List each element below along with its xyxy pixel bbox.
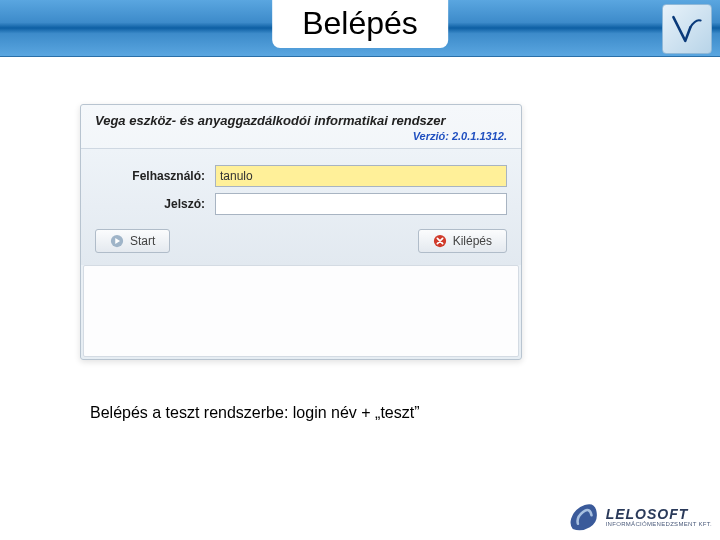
- button-row: Start Kilépés: [95, 229, 507, 253]
- footer-brand: LELOSOFT: [606, 507, 712, 521]
- close-icon: [433, 234, 447, 248]
- password-input[interactable]: [215, 193, 507, 215]
- username-input[interactable]: [215, 165, 507, 187]
- exit-button[interactable]: Kilépés: [418, 229, 507, 253]
- dialog-title: Vega eszköz- és anyaggazdálkodói informa…: [81, 105, 521, 130]
- page-title: Belépés: [272, 0, 448, 48]
- footer-logo: LELOSOFT INFORMÁCIÓMENEDZSMENT KFT.: [566, 500, 712, 534]
- start-button-label: Start: [130, 234, 155, 248]
- username-label: Felhasználó:: [95, 169, 215, 183]
- lelosoft-mark-icon: [566, 500, 600, 534]
- slide-header: Belépés: [0, 0, 720, 57]
- row-username: Felhasználó:: [95, 165, 507, 187]
- start-button[interactable]: Start: [95, 229, 170, 253]
- slide-caption: Belépés a teszt rendszerbe: login név + …: [90, 404, 420, 422]
- exit-button-label: Kilépés: [453, 234, 492, 248]
- vega-logo-icon: [662, 4, 712, 54]
- password-label: Jelszó:: [95, 197, 215, 211]
- footer-tagline: INFORMÁCIÓMENEDZSMENT KFT.: [606, 521, 712, 527]
- play-icon: [110, 234, 124, 248]
- dialog-body: Felhasználó: Jelszó: Start Kilépés: [81, 148, 521, 265]
- footer-text: LELOSOFT INFORMÁCIÓMENEDZSMENT KFT.: [606, 507, 712, 527]
- log-area: [83, 265, 519, 357]
- login-dialog: Vega eszköz- és anyaggazdálkodói informa…: [80, 104, 522, 360]
- dialog-version: Verzió: 2.0.1.1312.: [81, 130, 521, 148]
- row-password: Jelszó:: [95, 193, 507, 215]
